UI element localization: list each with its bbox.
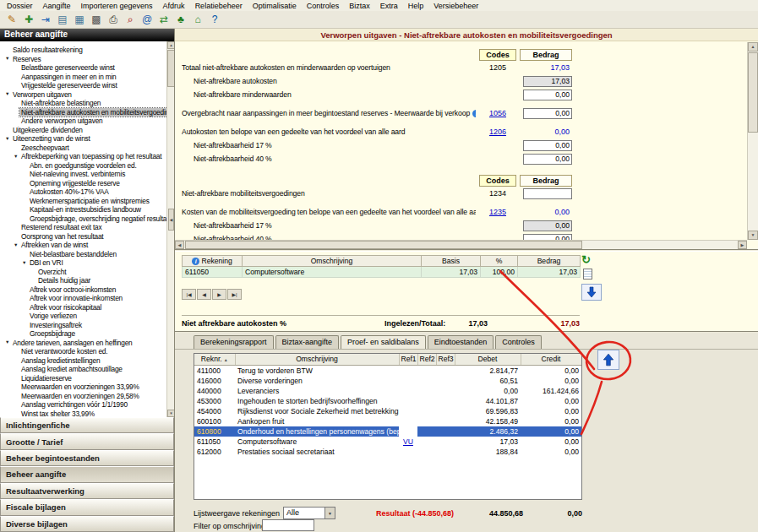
grid-row-611050[interactable]: 611050ComputersoftwareVU17,030,00 (194, 437, 581, 447)
scroll-up-icon[interactable]: ▲ (748, 42, 758, 52)
tree-item-aftrek-voor-innovatie-inkomsten[interactable]: Aftrek voor innovatie-inkomsten (0, 294, 174, 303)
tree-item-andere-verworpen-uitgaven[interactable]: Andere verworpen uitgaven (0, 117, 174, 126)
tree-item-dbi-en-vri[interactable]: ▼DBI en VRI (0, 258, 174, 268)
grid-row-440000[interactable]: 440000Leveranciers0,00161.424,66 (194, 386, 581, 396)
structure-icon[interactable]: ⌂ (190, 13, 205, 27)
accordion-resultaatverwerking[interactable]: Resultaatverwerking (0, 483, 174, 499)
grid-row-411000[interactable]: 411000Terug te vorderen BTW2.814,770,00 (194, 365, 581, 376)
form-vertical-scrollbar[interactable]: ▲ ▼ (747, 42, 758, 240)
tree-item-belastbare-gereserveerde-winst[interactable]: Belastbare gereserveerde winst (0, 63, 174, 73)
move-up-button[interactable] (597, 350, 619, 370)
tree-item-niet-naleving-invest-verbinternis[interactable]: Niet-naleving invest. verbinternis (0, 170, 174, 179)
tree-expand-icon[interactable]: ▼ (3, 340, 11, 345)
col-debet[interactable]: Debet (455, 354, 521, 365)
detail-list-icon[interactable]: ▤ (55, 13, 70, 27)
refresh-icon[interactable]: ↻ (581, 254, 610, 266)
tree-item-autokosten-40-17-vaa[interactable]: Autokosten 40%-17% VAA (0, 187, 174, 197)
amount-field-niet-aftrekbaarheid-17[interactable] (523, 140, 572, 151)
code-link-1235[interactable]: 1235 (489, 208, 506, 216)
tree-item-niet-aftrekbare-autokosten-en-mobiliteitsvergoedingen[interactable]: Niet-aftrekbare autokosten en mobiliteit… (0, 108, 174, 117)
tree-item-aanslag-kredietinstellingen[interactable]: Aanslag kredietinstellingen (0, 356, 174, 366)
filter-input[interactable] (262, 519, 314, 531)
detail-grid-row[interactable]: 611050 Computersoftware 17,03 100,00 17,… (183, 267, 581, 278)
tab-eindtoestanden[interactable]: Eindtoestanden (428, 335, 494, 349)
scroll-right-icon[interactable]: ▶ (738, 241, 747, 249)
tree-item-verworpen-uitgaven[interactable]: ▼Verworpen uitgaven (0, 90, 174, 100)
sync-icon[interactable]: ⇄ (156, 13, 172, 27)
tree-item-groepsbijdrage[interactable]: Groepsbijdrage (0, 329, 174, 339)
menu-biztax[interactable]: Biztax (344, 1, 375, 11)
amount-field-niet-aftrekbaarheid-40[interactable] (523, 234, 572, 241)
tree-item-uitgekeerde-dividenden[interactable]: Uitgekeerde dividenden (0, 126, 174, 135)
tab-biztax-aangifte[interactable]: Biztax-aangifte (275, 335, 340, 349)
accordion-beheer-aangifte[interactable]: Beheer aangifte (0, 466, 174, 482)
tree-item-andere-tarieven-aanslagen-en-heffingen[interactable]: ▼Andere tarieven, aanslagen en heffingen (0, 339, 174, 348)
col-omschrijving[interactable]: Omschrijving (235, 354, 399, 365)
tree-item-niet-aftrekbare-belastingen[interactable]: Niet-aftrekbare belastingen (0, 99, 174, 108)
tree-item-werknemersparticipatie-en-winstpremies[interactable]: Werknemersparticipatie en winstpremies (0, 197, 174, 206)
amount-field-niet-aftrekbaarheid-40[interactable] (523, 154, 572, 165)
tree-item-aanslag-krediet-ambachtsoutillage[interactable]: Aanslag krediet ambachtsoutillage (0, 365, 174, 374)
grid-row-454000[interactable]: 454000Rijksdienst voor Sociale Zekerheid… (194, 406, 581, 416)
menu-relatiebeheer[interactable]: Relatiebeheer (190, 1, 248, 11)
mail-icon[interactable]: @ (139, 13, 155, 27)
code-link-1206[interactable]: 1206 (489, 128, 506, 136)
help-icon[interactable]: ? (207, 13, 222, 27)
grid-row-600100[interactable]: 600100Aankopen fruit42.158,490,00 (194, 416, 581, 426)
tree-item-uiteenzetting-van-de-winst[interactable]: ▼Uiteenzetting van de winst (0, 134, 174, 144)
tree-item-aftrek-voor-octrooi-inkomsten[interactable]: Aftrek voor octrooi-inkomsten (0, 285, 174, 295)
grid-row-416000[interactable]: 416000Diverse vorderingen60,510,00 (194, 376, 581, 386)
menu-aangifte[interactable]: Aangifte (38, 1, 76, 11)
tree-item-meerwaarden-en-voorzieningen-29-58[interactable]: Meerwaarden en voorzieningen 29,58% (0, 392, 174, 401)
grid-row-610800[interactable]: 610800Onderhoud en herstellingen persone… (194, 426, 581, 437)
tree-item-opneming-vrijgestelde-reserve[interactable]: Opneming vrijgestelde reserve (0, 179, 174, 188)
col-ref3[interactable]: Ref3 (436, 354, 455, 365)
info-icon[interactable]: i (192, 258, 199, 265)
scroll-down-icon[interactable]: ▼ (167, 410, 174, 417)
tab-controles[interactable]: Controles (495, 335, 542, 349)
scroll-left-icon[interactable]: ◀ (175, 241, 184, 249)
tree-item-details-huidig-jaar[interactable]: Details huidig jaar (0, 276, 174, 285)
tree-item-resterend-resultaat-exit-tax[interactable]: Resterend resultaat exit tax (0, 223, 174, 232)
tree-item-kapitaal-en-intrestsubsidies-landbouw[interactable]: Kapitaal-en intrestsubsidies landbouw (0, 205, 174, 214)
form-vscroll-thumb[interactable] (748, 52, 758, 133)
splitter-collapse-button[interactable]: ◀ (168, 209, 174, 231)
print-icon[interactable]: ⎙ (106, 13, 121, 27)
chevron-down-icon[interactable]: ▼ (324, 508, 335, 518)
tree-item-groepsbijdrage-overschrijding-negatief-resultaat[interactable]: Groepsbijdrage, overschrijding negatief … (0, 214, 174, 224)
amount-field-niet-aftrekbare-autokosten[interactable] (523, 76, 572, 87)
list-filter-select[interactable]: Alle ▼ (283, 507, 335, 519)
tree-expand-icon[interactable]: ▼ (3, 92, 11, 97)
scroll-down-icon[interactable]: ▼ (748, 231, 758, 240)
col-reknr[interactable]: Reknr.▲ (194, 354, 235, 365)
edit-aangifte-icon[interactable]: ✎ (4, 13, 19, 27)
tree-expand-icon[interactable]: ▼ (20, 261, 28, 266)
tree-item-oorsprong-van-het-resultaat[interactable]: Oorsprong van het resultaat (0, 232, 174, 242)
code-link-1056[interactable]: 1056 (489, 109, 506, 117)
tree-item-meerwaarden-en-voorzieningen-33-99[interactable]: Meerwaarden en voorzieningen 33,99% (0, 383, 174, 392)
info-icon[interactable]: i (472, 110, 476, 117)
menu-afdruk[interactable]: Afdruk (158, 1, 190, 11)
menu-dossier[interactable]: Dossier (2, 1, 38, 11)
accordion-grootte-tarief[interactable]: Grootte / Tarief (0, 433, 174, 449)
tree-item-saldo-resultaatrekening[interactable]: Saldo resultaatrekening (0, 46, 174, 55)
col-ref2[interactable]: Ref2 (417, 354, 436, 365)
tree-item-reserves[interactable]: ▼Reserves (0, 55, 174, 64)
table-grid-icon[interactable]: ▦ (72, 13, 87, 27)
menu-help[interactable]: Help (403, 1, 429, 11)
tab-proef-en-saldibalans[interactable]: Proef- en saldibalans (341, 335, 426, 349)
last-page-button[interactable]: ▶| (227, 289, 242, 300)
accordion-beheer-begintoestanden[interactable]: Beheer begintoestanden (0, 450, 174, 466)
tree-item-aanpassingen-in-meer-en-in-min[interactable]: Aanpassingen in meer en in min (0, 73, 174, 82)
tree-item-aanslag-verrichtingen-v-r-1-1-1990[interactable]: Aanslag verrichtingen vóór 1/1/1990 (0, 400, 174, 410)
amount-field-1234[interactable] (523, 188, 572, 199)
tree-expand-icon[interactable]: ▼ (12, 155, 19, 160)
tab-berekeningsrapport[interactable]: Berekeningsrapport (194, 335, 274, 349)
new-aangifte-icon[interactable]: ✚ (21, 13, 36, 27)
menu-versiebeheer[interactable]: Versiebeheer (428, 1, 483, 11)
tree-expand-icon[interactable]: ▼ (3, 57, 11, 62)
accordion-fiscale-bijlagen[interactable]: Fiscale bijlagen (0, 499, 174, 515)
tree-item-aftrek-voor-risicokapitaal[interactable]: Aftrek voor risicokapitaal (0, 303, 174, 312)
tree-expand-icon[interactable]: ▼ (12, 243, 19, 248)
next-page-button[interactable]: ▶ (212, 289, 226, 300)
